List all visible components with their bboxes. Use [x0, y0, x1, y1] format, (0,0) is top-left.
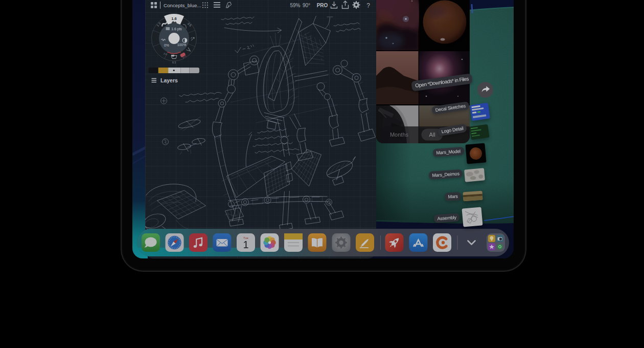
svg-text:1: 1	[243, 239, 248, 250]
